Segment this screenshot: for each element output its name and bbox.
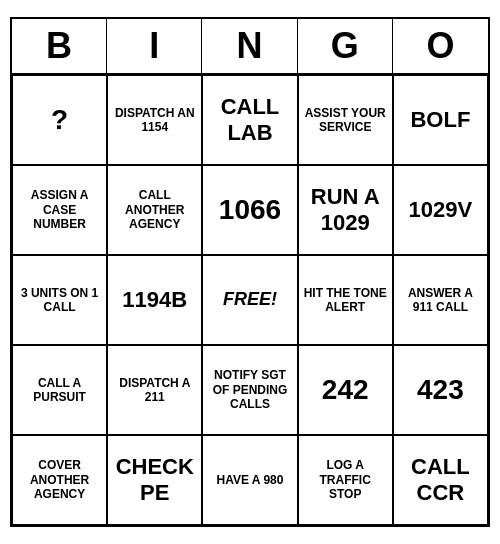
bingo-cell-21: CHECK PE: [107, 435, 202, 525]
bingo-cell-4: BOLF: [393, 75, 488, 165]
header-letter-I: I: [107, 19, 202, 73]
bingo-cell-18: 242: [298, 345, 393, 435]
bingo-cell-24: CALL CCR: [393, 435, 488, 525]
bingo-header: BINGO: [12, 19, 488, 75]
bingo-cell-12: Free!: [202, 255, 297, 345]
bingo-cell-7: 1066: [202, 165, 297, 255]
bingo-cell-23: LOG A TRAFFIC STOP: [298, 435, 393, 525]
bingo-card: BINGO ?DISPATCH AN 1154CALL LABASSIST YO…: [10, 17, 490, 527]
bingo-cell-14: ANSWER A 911 CALL: [393, 255, 488, 345]
bingo-cell-19: 423: [393, 345, 488, 435]
header-letter-B: B: [12, 19, 107, 73]
bingo-cell-13: HIT THE TONE ALERT: [298, 255, 393, 345]
bingo-grid: ?DISPATCH AN 1154CALL LABASSIST YOUR SER…: [12, 75, 488, 525]
header-letter-N: N: [202, 19, 297, 73]
bingo-cell-1: DISPATCH AN 1154: [107, 75, 202, 165]
bingo-cell-8: RUN A 1029: [298, 165, 393, 255]
header-letter-O: O: [393, 19, 488, 73]
header-letter-G: G: [298, 19, 393, 73]
bingo-cell-15: CALL A PURSUIT: [12, 345, 107, 435]
bingo-cell-11: 1194B: [107, 255, 202, 345]
bingo-cell-0: ?: [12, 75, 107, 165]
bingo-cell-2: CALL LAB: [202, 75, 297, 165]
bingo-cell-20: COVER ANOTHER AGENCY: [12, 435, 107, 525]
bingo-cell-16: DISPATCH A 211: [107, 345, 202, 435]
bingo-cell-22: HAVE A 980: [202, 435, 297, 525]
bingo-cell-6: CALL ANOTHER AGENCY: [107, 165, 202, 255]
bingo-cell-9: 1029V: [393, 165, 488, 255]
bingo-cell-17: NOTIFY SGT OF PENDING CALLS: [202, 345, 297, 435]
bingo-cell-10: 3 UNITS ON 1 CALL: [12, 255, 107, 345]
bingo-cell-3: ASSIST YOUR SERVICE: [298, 75, 393, 165]
bingo-cell-5: ASSIGN A CASE NUMBER: [12, 165, 107, 255]
